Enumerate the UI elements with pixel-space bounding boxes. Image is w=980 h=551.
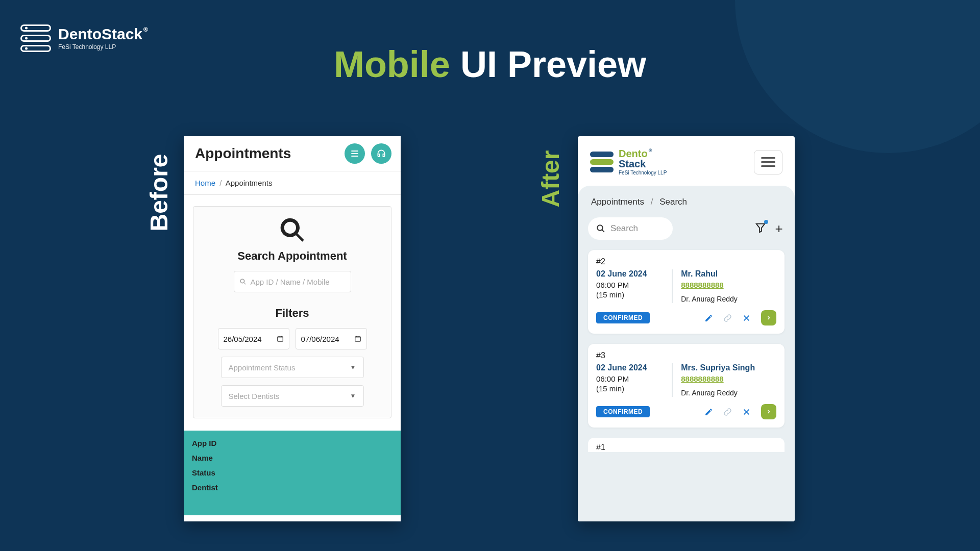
- before-search-card: Search Appointment App ID / Name / Mobil…: [193, 206, 391, 418]
- menu-icon-button[interactable]: [345, 143, 365, 164]
- after-label: After: [536, 150, 565, 207]
- logo-tag: FeSi Technology LLP: [619, 170, 667, 176]
- link-button[interactable]: [723, 408, 732, 416]
- col-appid: App ID: [192, 436, 393, 450]
- dentist-placeholder: Select Dentists: [229, 392, 280, 400]
- open-button[interactable]: [761, 404, 776, 419]
- search-placeholder: App ID / Name / Mobile: [251, 278, 330, 286]
- menu-button[interactable]: [754, 150, 782, 174]
- breadcrumb-separator: /: [219, 179, 222, 187]
- date-to-input[interactable]: 07/06/2024: [296, 328, 367, 349]
- search-icon: [239, 278, 247, 285]
- filter-button[interactable]: [755, 222, 766, 235]
- unlink-icon: [723, 314, 732, 322]
- logo-text-b: Stack: [619, 158, 646, 169]
- edit-button[interactable]: [704, 314, 713, 322]
- col-status: Status: [192, 465, 393, 480]
- brand-logo: DentoStack® FeSi Technology LLP: [20, 24, 148, 52]
- date-to-value: 07/06/2024: [301, 335, 339, 343]
- svg-rect-7: [355, 337, 360, 341]
- pencil-icon: [704, 314, 713, 322]
- status-badge: CONFIRMED: [596, 312, 650, 323]
- card-duration: (15 min): [596, 290, 665, 299]
- before-breadcrumb: Home / Appointments: [184, 171, 401, 195]
- logo-bars-icon: [590, 152, 614, 172]
- link-button[interactable]: [723, 314, 732, 322]
- page-title-accent: Mobile: [334, 44, 450, 85]
- before-header-title: Appointments: [195, 145, 291, 162]
- breadcrumb-current: Appointments: [226, 179, 273, 187]
- search-input[interactable]: Search: [588, 217, 673, 240]
- logo-bars-icon: [20, 24, 51, 52]
- col-dentist: Dentist: [192, 480, 393, 495]
- date-from-input[interactable]: 26/05/2024: [218, 328, 289, 349]
- after-preview: Dento®Stack FeSi Technology LLP Appointm…: [578, 136, 795, 521]
- logo-registered: ®: [649, 148, 652, 153]
- search-input[interactable]: App ID / Name / Mobile: [234, 271, 351, 292]
- search-icon: [596, 224, 605, 233]
- brand-name: DentoStack: [58, 26, 142, 42]
- open-button[interactable]: [761, 310, 776, 325]
- status-select[interactable]: Appointment Status ▼: [221, 357, 364, 378]
- card-date: 02 June 2024: [596, 363, 665, 372]
- appointment-card[interactable]: #2 02 June 2024 06:00 PM (15 min) Mr. Ra…: [588, 250, 785, 334]
- calendar-icon: [277, 335, 284, 342]
- chevron-right-icon: [766, 315, 772, 321]
- filters-heading: Filters: [200, 307, 385, 320]
- card-time: 06:00 PM: [596, 281, 665, 289]
- card-id: #1: [596, 443, 776, 452]
- cancel-button[interactable]: [742, 408, 751, 416]
- svg-marker-13: [756, 224, 765, 233]
- hamburger-icon: [761, 157, 775, 159]
- card-id: #2: [596, 257, 776, 266]
- status-placeholder: Appointment Status: [229, 363, 296, 372]
- status-badge: CONFIRMED: [596, 406, 650, 417]
- after-breadcrumb: Appointments / Search: [588, 197, 785, 207]
- big-search-icon: [200, 216, 385, 246]
- breadcrumb-search: Search: [659, 197, 687, 207]
- logo-text-a: Dento: [619, 148, 648, 159]
- card-time: 06:00 PM: [596, 374, 665, 383]
- filter-active-dot: [764, 220, 768, 224]
- card-id: #3: [596, 351, 776, 360]
- headset-icon: [376, 148, 386, 159]
- svg-rect-3: [277, 337, 283, 341]
- appointment-card[interactable]: #3 02 June 2024 06:00 PM (15 min) Mrs. S…: [588, 344, 785, 428]
- card-phone-link[interactable]: 8888888888: [681, 281, 723, 289]
- breadcrumb-appointments[interactable]: Appointments: [591, 197, 644, 207]
- card-phone-link[interactable]: 8888888888: [681, 374, 723, 383]
- after-logo: Dento®Stack FeSi Technology LLP: [590, 148, 667, 176]
- hamburger-icon: [350, 148, 360, 159]
- cancel-button[interactable]: [742, 314, 751, 322]
- plus-icon: +: [775, 221, 782, 236]
- card-doctor: Dr. Anurag Reddy: [681, 295, 776, 303]
- date-from-value: 26/05/2024: [224, 335, 262, 343]
- unlink-icon: [723, 408, 732, 416]
- brand-tagline: FeSi Technology LLP: [58, 44, 148, 50]
- chevron-right-icon: [766, 409, 772, 415]
- support-icon-button[interactable]: [371, 143, 391, 164]
- close-icon: [742, 314, 751, 322]
- search-heading: Search Appointment: [200, 249, 385, 263]
- card-duration: (15 min): [596, 384, 665, 393]
- svg-point-11: [597, 225, 603, 231]
- appointment-card[interactable]: #1: [588, 438, 785, 452]
- breadcrumb-separator: /: [651, 197, 653, 207]
- dentist-select[interactable]: Select Dentists ▼: [221, 385, 364, 407]
- chevron-down-icon: ▼: [350, 364, 356, 371]
- edit-button[interactable]: [704, 408, 713, 416]
- card-patient-name: Mrs. Supriya Singh: [681, 363, 776, 372]
- before-label: Before: [145, 154, 173, 231]
- page-title-rest: UI Preview: [450, 44, 646, 85]
- before-preview: Appointments Home / Appointments Search …: [184, 136, 401, 521]
- calendar-icon: [354, 335, 361, 342]
- search-placeholder: Search: [610, 223, 638, 234]
- col-name: Name: [192, 450, 393, 465]
- close-icon: [742, 408, 751, 416]
- pencil-icon: [704, 408, 713, 416]
- breadcrumb-home-link[interactable]: Home: [195, 179, 215, 187]
- card-doctor: Dr. Anurag Reddy: [681, 389, 776, 397]
- svg-line-12: [602, 230, 604, 232]
- add-button[interactable]: +: [773, 221, 785, 237]
- before-table-header: App ID Name Status Dentist: [184, 431, 401, 515]
